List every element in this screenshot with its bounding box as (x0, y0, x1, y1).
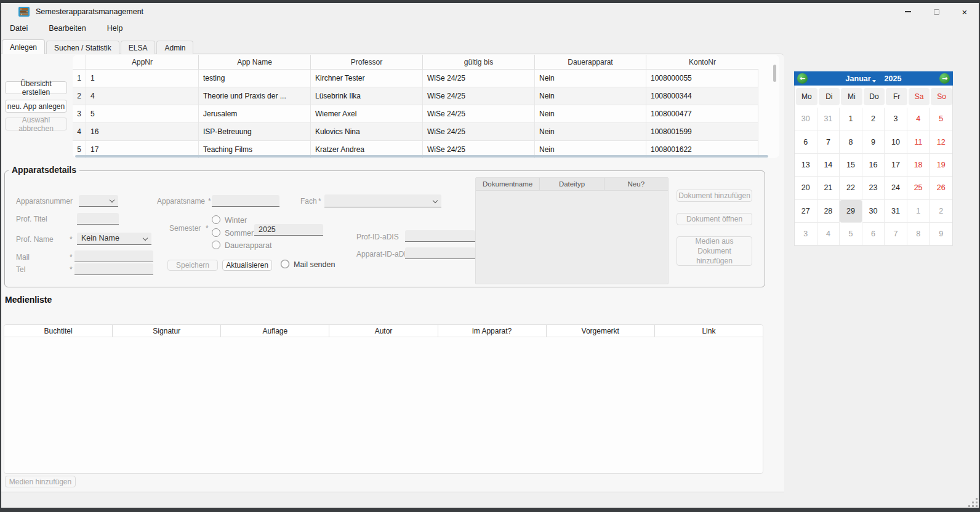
medien-col-im-apparat[interactable]: im Apparat? (438, 325, 547, 337)
apparatsnummer-select[interactable] (79, 195, 118, 207)
calendar-day[interactable]: 10 (885, 130, 907, 153)
medien-hinzufuegen-button[interactable]: Medien hinzufügen (5, 476, 76, 487)
calendar-day[interactable]: 2 (862, 108, 885, 130)
calendar-day[interactable]: 31 (817, 108, 840, 130)
calendar-day[interactable]: 28 (817, 200, 840, 223)
table-row[interactable]: 416ISP-BetreuungKulovics NinaWiSe 24/25N… (73, 123, 758, 141)
col-header-professor[interactable]: Professor (311, 55, 423, 70)
calendar-day[interactable]: 7 (817, 130, 840, 153)
table-row[interactable]: 35JerusalemWiemer AxelWiSe 24/25Nein1008… (73, 105, 758, 123)
jahr-input[interactable]: 2025 (254, 224, 323, 236)
doc-col-dokumentname[interactable]: Dokumentname (476, 178, 540, 190)
doc-col-dateityp[interactable]: Dateityp (540, 178, 604, 190)
calendar-day-today[interactable]: 29 (840, 200, 862, 223)
table-row[interactable]: 24Theorie und Praxis der ...Lüsebrink Il… (73, 87, 758, 105)
neu-app-anlegen-button[interactable]: neu. App anlegen (5, 100, 67, 113)
medien-col-link[interactable]: Link (655, 325, 763, 337)
medien-col-signatur[interactable]: Signatur (113, 325, 221, 337)
calendar-day[interactable]: 27 (795, 200, 817, 223)
col-header-app-name[interactable]: App Name (199, 55, 311, 70)
tab-suchen-statistik[interactable]: Suchen / Statistik (46, 41, 119, 54)
col-header-kontonr[interactable]: KontoNr (646, 55, 758, 70)
col-header-dauerapparat[interactable]: Dauerapparat (535, 55, 646, 70)
col-header-g-ltig-bis[interactable]: gültig bis (423, 55, 535, 70)
calendar-day[interactable]: 11 (907, 130, 930, 153)
calendar-day[interactable]: 23 (862, 177, 885, 199)
tel-input[interactable] (74, 263, 153, 275)
auswahl-abbrechen-button[interactable]: Auswahl abbrechen (5, 118, 67, 130)
calendar-day[interactable]: 31 (885, 200, 907, 223)
fach-select[interactable] (324, 194, 441, 207)
calendar-day[interactable]: 7 (885, 223, 907, 246)
apparat-id-adis-input[interactable] (405, 247, 475, 259)
calendar-day[interactable]: 14 (817, 154, 840, 177)
dokument-oeffnen-button[interactable]: Dokument öffnen (677, 213, 752, 225)
calendar-day[interactable]: 18 (907, 154, 930, 177)
calendar-day[interactable]: 5 (840, 223, 862, 246)
calendar-day[interactable]: 1 (840, 108, 862, 130)
calendar-day[interactable]: 4 (817, 223, 840, 246)
calendar-day[interactable]: 4 (907, 108, 930, 130)
apparatsname-input[interactable] (212, 195, 279, 207)
calendar-day[interactable]: 30 (862, 200, 885, 223)
prof-id-adis-input[interactable] (405, 230, 475, 242)
menu-bearbeiten[interactable]: Bearbeiten (45, 22, 89, 36)
calendar-day[interactable]: 22 (840, 177, 862, 199)
medien-aus-dokument-button[interactable]: Medien aus Dokument hinzufügen (677, 236, 752, 266)
aktualisieren-button[interactable]: Aktualisieren (222, 260, 272, 271)
calendar-day[interactable]: 12 (930, 130, 952, 153)
calendar-day[interactable]: 9 (862, 130, 885, 153)
calendar-day[interactable]: 2 (930, 200, 952, 223)
calendar-day[interactable]: 15 (840, 154, 862, 177)
medien-col-auflage[interactable]: Auflage (221, 325, 329, 337)
calendar-day[interactable]: 17 (885, 154, 907, 177)
calendar-day[interactable]: 1 (907, 200, 930, 223)
prof-name-select[interactable]: Kein Name (77, 233, 151, 245)
maximize-button[interactable] (922, 3, 950, 20)
calendar-day[interactable]: 5 (930, 108, 952, 130)
minimize-button[interactable] (894, 3, 922, 20)
menu-datei[interactable]: Datei (6, 22, 31, 36)
prof-titel-input[interactable] (77, 213, 119, 225)
tab-elsa[interactable]: ELSA (121, 41, 156, 54)
medien-col-vorgemerkt[interactable]: Vorgemerkt (547, 325, 655, 337)
calendar-day[interactable]: 6 (862, 223, 885, 246)
calendar-day[interactable]: 8 (907, 223, 930, 246)
doc-col-neu[interactable]: Neu? (604, 178, 668, 190)
medien-col-buchtitel[interactable]: Buchtitel (4, 325, 113, 337)
calendar-day[interactable]: 16 (862, 154, 885, 177)
resize-grip[interactable] (968, 497, 978, 507)
close-button[interactable]: × (950, 3, 979, 20)
calendar-day[interactable]: 3 (795, 223, 817, 246)
calendar-day[interactable]: 8 (840, 130, 862, 153)
dokument-hinzufuegen-button[interactable]: Dokument hinzufügen (677, 190, 752, 202)
table-row[interactable]: 11testingKirchner TesterWiSe 24/25Nein10… (73, 70, 758, 87)
sommer-radio[interactable] (212, 228, 220, 237)
speichern-button[interactable]: Speichern (167, 260, 218, 271)
calendar-day[interactable]: 13 (795, 154, 817, 177)
vertical-scrollbar[interactable] (773, 65, 776, 82)
calendar-day[interactable]: 6 (795, 130, 817, 153)
calendar-day[interactable]: 20 (795, 177, 817, 199)
calendar-title[interactable]: Januar 2025 (846, 74, 902, 83)
calendar-day[interactable]: 24 (885, 177, 907, 199)
calendar-day[interactable]: 30 (795, 108, 817, 130)
calendar-day[interactable]: 9 (930, 223, 952, 246)
tab-anlegen[interactable]: Anlegen (2, 39, 45, 54)
calendar-day[interactable]: 26 (930, 177, 952, 199)
mail-input[interactable] (74, 250, 153, 262)
bersicht-erstellen-button[interactable]: Übersicht erstellen (5, 81, 67, 94)
menu-help[interactable]: Help (103, 22, 127, 36)
mail-senden-checkbox[interactable] (281, 260, 289, 268)
calendar-day[interactable]: 21 (817, 177, 840, 199)
calendar-next-month-button[interactable]: → (939, 73, 950, 84)
medien-col-autor[interactable]: Autor (329, 325, 438, 337)
tab-admin[interactable]: Admin (156, 41, 193, 54)
winter-radio[interactable] (212, 215, 220, 224)
calendar-day[interactable]: 3 (885, 108, 907, 130)
calendar-day[interactable]: 19 (930, 154, 952, 177)
calendar-day[interactable]: 25 (907, 177, 930, 199)
calendar-prev-month-button[interactable]: ← (797, 73, 808, 84)
col-header-appnr[interactable]: AppNr (86, 55, 199, 70)
horizontal-scrollbar[interactable] (75, 155, 768, 158)
